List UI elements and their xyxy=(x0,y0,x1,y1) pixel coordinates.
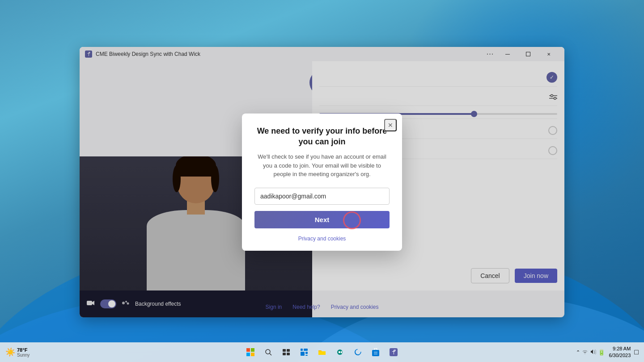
clock-time: 9:28 AM xyxy=(609,345,631,352)
email-input[interactable] xyxy=(254,188,390,205)
svg-rect-25 xyxy=(301,352,305,356)
network-icon[interactable] xyxy=(582,349,588,355)
taskbar-right: ⌃ 🔋 9:28 AM 6/30/2023 □ xyxy=(576,345,639,359)
volume-icon[interactable] xyxy=(590,349,596,355)
speaker-icon xyxy=(590,349,596,354)
svg-point-17 xyxy=(266,349,270,354)
meet-button[interactable] xyxy=(332,344,348,360)
file-explorer-button[interactable] xyxy=(314,344,330,360)
modal-overlay: ✕ We need to verify your info before you… xyxy=(80,47,564,317)
edge-button[interactable] xyxy=(350,344,366,360)
next-button[interactable]: Next xyxy=(254,211,390,228)
widgets-button[interactable] xyxy=(296,344,312,360)
svg-point-31 xyxy=(394,349,396,351)
svg-rect-24 xyxy=(304,349,308,351)
verify-info-modal: ✕ We need to verify your info before you… xyxy=(242,114,402,250)
widgets-icon xyxy=(301,349,308,356)
system-tray[interactable]: ⌃ 🔋 xyxy=(576,349,605,356)
svg-rect-19 xyxy=(283,349,286,352)
weather-sun-icon: ☀️ xyxy=(5,347,15,357)
svg-rect-23 xyxy=(301,349,303,351)
meet-icon xyxy=(336,349,344,355)
clock-date: 6/30/2023 xyxy=(609,352,631,359)
clock[interactable]: 9:28 AM 6/30/2023 xyxy=(609,345,631,359)
modal-privacy-link[interactable]: Privacy and cookies xyxy=(254,236,390,242)
teams-taskbar-icon xyxy=(390,348,398,356)
task-view-button[interactable] xyxy=(278,344,294,360)
svg-rect-14 xyxy=(251,348,254,352)
taskbar-left: ☀️ 78°F Sunny xyxy=(5,347,30,358)
notification-button[interactable]: □ xyxy=(634,348,639,356)
store-icon xyxy=(372,348,379,356)
search-icon xyxy=(265,349,272,356)
svg-rect-26 xyxy=(305,352,308,354)
modal-description: We'll check to see if you have an accoun… xyxy=(254,152,390,179)
modal-title: We need to verify your info before you c… xyxy=(254,126,390,147)
weather-condition: Sunny xyxy=(17,353,30,358)
start-icon xyxy=(246,348,254,356)
svg-rect-29 xyxy=(372,350,379,356)
app-window: CME Biweekly Design Sync with Chad Wick … xyxy=(80,47,564,317)
wifi-icon xyxy=(582,349,588,354)
svg-rect-13 xyxy=(246,348,250,352)
taskbar-center xyxy=(242,344,402,360)
edge-icon xyxy=(354,348,362,356)
chevron-up-icon[interactable]: ⌃ xyxy=(576,349,580,355)
file-explorer-icon xyxy=(318,349,326,355)
store-button[interactable] xyxy=(368,344,384,360)
svg-rect-20 xyxy=(287,349,290,352)
svg-rect-27 xyxy=(305,355,308,356)
taskbar: ☀️ 78°F Sunny xyxy=(0,342,644,362)
battery-icon[interactable]: 🔋 xyxy=(598,349,605,356)
modal-close-button[interactable]: ✕ xyxy=(384,119,397,131)
svg-rect-22 xyxy=(287,353,290,355)
svg-line-18 xyxy=(270,354,271,355)
weather-temp: 78°F xyxy=(17,347,30,353)
start-button[interactable] xyxy=(242,344,258,360)
task-view-icon xyxy=(283,349,290,355)
svg-rect-21 xyxy=(283,353,286,355)
teams-taskbar-button[interactable] xyxy=(386,344,402,360)
svg-rect-16 xyxy=(251,353,254,356)
weather-widget[interactable]: ☀️ 78°F Sunny xyxy=(5,347,30,358)
svg-rect-15 xyxy=(246,353,250,356)
search-button[interactable] xyxy=(260,344,276,360)
